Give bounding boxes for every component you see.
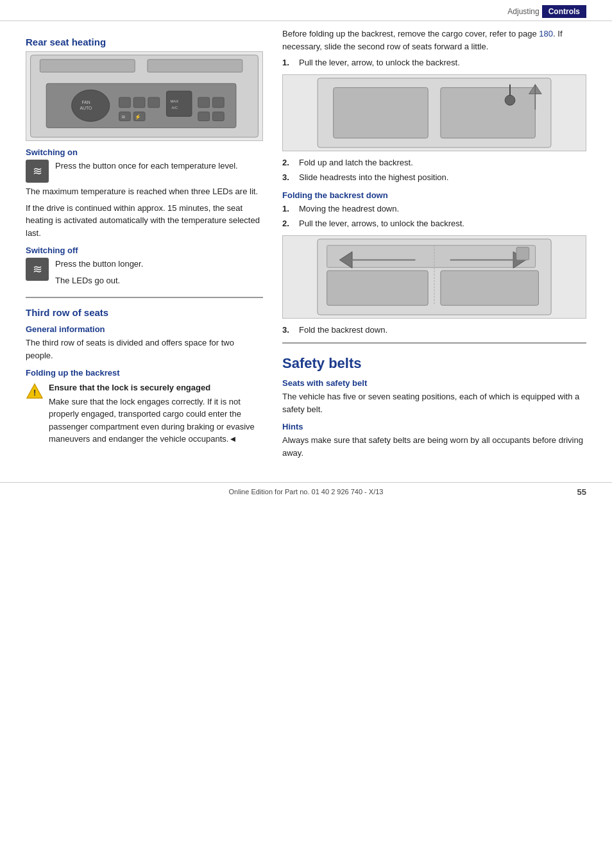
- general-info-title: General information: [26, 324, 263, 334]
- svg-rect-19: [198, 112, 210, 121]
- step-2-num: 2.: [282, 156, 295, 169]
- footer-text: Online Edition for Part no. 01 40 2 926 …: [229, 488, 384, 496]
- switching-off-row: ≋ Press the button longer. The LEDs go o…: [26, 258, 263, 290]
- hints-title: Hints: [282, 422, 586, 431]
- heat-off-symbol: ≋: [33, 262, 42, 276]
- svg-text:FAN: FAN: [81, 100, 90, 104]
- header-adjusting: Adjusting: [507, 7, 539, 16]
- svg-rect-2: [148, 60, 242, 72]
- fold-down-image: [282, 235, 586, 319]
- fold-up-steps-23: 2. Fold up and latch the backrest. 3. Sl…: [282, 156, 586, 184]
- svg-rect-1: [40, 60, 135, 72]
- svg-rect-7: [119, 97, 131, 108]
- fold-down-step-3: 3. Fold the backrest down.: [282, 324, 586, 337]
- fold-down-step-1-text: Moving the headrest down.: [299, 203, 399, 215]
- rear-seat-heating-image: FAN AUTO MAX A/C ≋ ⚡: [26, 51, 263, 141]
- fold-down-steps-12: 1. Moving the headrest down. 2. Pull the…: [282, 203, 586, 230]
- fold-down-step-3-text: Fold the backrest down.: [299, 324, 387, 337]
- warning-text-container: Ensure that the lock is securely engaged…: [49, 381, 263, 446]
- warning-line1: Ensure that the lock is securely engaged: [49, 381, 263, 394]
- warning-icon: !: [26, 383, 44, 401]
- fold-down-step-2-num: 2.: [282, 217, 295, 230]
- general-info-text: The third row of seats is divided and of…: [26, 337, 263, 362]
- fold-up-image: [282, 74, 586, 151]
- step-3-text: Slide headrests into the highest positio…: [299, 171, 448, 184]
- svg-rect-24: [334, 87, 429, 138]
- left-column: Rear seat heating FAN AUTO: [26, 28, 263, 463]
- svg-rect-9: [148, 97, 160, 108]
- fold-up-steps-1: 1. Pull the lever, arrow, to unlock the …: [282, 56, 586, 69]
- warning-body: Make sure that the lock engages correctl…: [49, 396, 263, 446]
- warning-box: ! Ensure that the lock is securely engag…: [26, 381, 263, 446]
- safety-belts-title: Safety belts: [282, 355, 586, 372]
- svg-rect-10: [167, 91, 192, 116]
- switching-on-row: ≋ Press the button once for each tempera…: [26, 160, 263, 183]
- third-row-title: Third row of seats: [26, 307, 263, 318]
- step-1-num: 1.: [282, 56, 295, 69]
- header-controls: Controls: [542, 5, 586, 18]
- svg-text:AUTO: AUTO: [80, 106, 92, 110]
- fold-down-step-1-num: 1.: [282, 203, 295, 215]
- heat-icon-symbol: ≋: [33, 164, 42, 178]
- fold-down-step-1: 1. Moving the headrest down.: [282, 203, 586, 215]
- svg-rect-18: [212, 97, 224, 108]
- switching-on-title: Switching on: [26, 147, 263, 157]
- step-2-fold: 2. Fold up and latch the backrest.: [282, 156, 586, 169]
- svg-rect-32: [441, 271, 539, 305]
- switching-on-text2: The maximum temperature is reached when …: [26, 185, 263, 198]
- svg-rect-31: [327, 271, 429, 305]
- step-1-text: Pull the lever, arrow, to unlock the bac…: [299, 56, 460, 69]
- intro-paragraph: Before folding up the backrest, remove t…: [282, 28, 586, 53]
- heat-off-icon: ≋: [26, 258, 49, 281]
- switching-off-title: Switching off: [26, 246, 263, 255]
- fold-down-step-2-text: Pull the lever, arrows, to unlock the ba…: [299, 217, 464, 230]
- seats-safety-belt-text: The vehicle has five or seven seating po…: [282, 390, 586, 415]
- heat-icon: ≋: [26, 160, 49, 183]
- switching-off-texts: Press the button longer. The LEDs go out…: [55, 258, 143, 290]
- seats-safety-belt-title: Seats with safety belt: [282, 378, 586, 388]
- hints-text: Always make sure that safety belts are b…: [282, 434, 586, 459]
- folding-up-title: Folding up the backrest: [26, 368, 263, 378]
- svg-rect-25: [441, 87, 536, 138]
- svg-text:A/C: A/C: [171, 106, 178, 110]
- step-2-text: Fold up and latch the backrest.: [299, 156, 413, 169]
- switching-on-text1: Press the button once for each temperatu…: [55, 160, 238, 172]
- page-header: Adjusting Controls: [0, 0, 612, 21]
- fold-down-step-3-num: 3.: [282, 324, 295, 337]
- svg-rect-39: [516, 247, 529, 260]
- svg-rect-33: [327, 245, 536, 267]
- fold-down-step-3-list: 3. Fold the backrest down.: [282, 324, 586, 337]
- fold-down-step-2: 2. Pull the lever, arrows, to unlock the…: [282, 217, 586, 230]
- svg-text:≋: ≋: [121, 114, 126, 120]
- step-1-pull-lever: 1. Pull the lever, arrow, to unlock the …: [282, 56, 586, 69]
- page-footer: Online Edition for Part no. 01 40 2 926 …: [0, 482, 612, 501]
- switching-on-text3: If the drive is continued within approx.…: [26, 202, 263, 240]
- page-link-180[interactable]: 180: [539, 29, 553, 38]
- svg-text:!: !: [33, 388, 36, 397]
- safety-belts-separator: [282, 342, 586, 344]
- page-number: 55: [577, 487, 586, 497]
- step-3-headrests: 3. Slide headrests into the highest posi…: [282, 171, 586, 184]
- svg-point-26: [505, 95, 515, 105]
- svg-text:⚡: ⚡: [135, 113, 141, 120]
- svg-text:MAX: MAX: [170, 99, 178, 103]
- svg-rect-20: [212, 112, 224, 121]
- svg-rect-8: [133, 97, 145, 108]
- section-separator: [26, 297, 263, 298]
- step-3-num: 3.: [282, 171, 295, 184]
- switching-off-text2: The LEDs go out.: [55, 274, 143, 287]
- right-column: Before folding up the backrest, remove t…: [282, 28, 586, 463]
- intro-text1: Before folding up the backrest, remove t…: [282, 29, 539, 38]
- switching-off-text1: Press the button longer.: [55, 258, 143, 271]
- rear-seat-heating-title: Rear seat heating: [26, 37, 263, 47]
- svg-rect-17: [198, 97, 210, 108]
- folding-down-title: Folding the backrest down: [282, 190, 586, 200]
- main-content: Rear seat heating FAN AUTO: [0, 21, 612, 476]
